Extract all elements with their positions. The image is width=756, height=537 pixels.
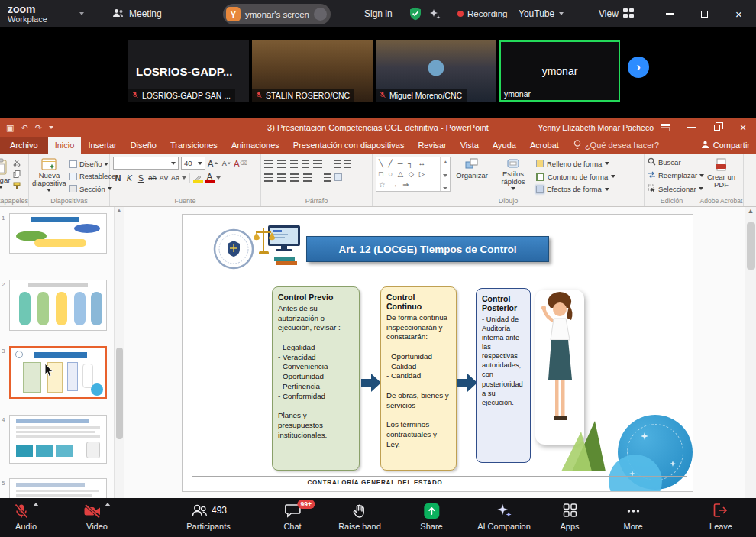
slide-thumbnail-1[interactable]: [9, 213, 107, 254]
grow-font-button[interactable]: A: [208, 157, 219, 169]
scrollbar-thumb[interactable]: [747, 222, 755, 270]
participant-tile-losrios[interactable]: LOSRIOS-GADP... LOSRIOS-GADP SAN ...: [128, 40, 249, 102]
window-maximize-button[interactable]: [687, 0, 722, 27]
smartart-button[interactable]: [334, 173, 342, 181]
participants-control[interactable]: 493 Participants: [186, 503, 230, 531]
audio-control[interactable]: Audio: [13, 503, 39, 531]
shared-screen-pill[interactable]: Y ymonar's screen ···: [223, 4, 331, 24]
scroll-up-icon[interactable]: ▲: [748, 207, 754, 215]
decrease-indent-button[interactable]: [290, 160, 298, 168]
copy-icon[interactable]: [13, 170, 21, 180]
window-close-button[interactable]: ×: [722, 0, 756, 27]
underline-button[interactable]: S: [136, 172, 146, 183]
shrink-font-button[interactable]: A: [221, 157, 231, 169]
control-previo-box[interactable]: Control Previo Antes de su autorización …: [272, 286, 360, 471]
line-spacing-button[interactable]: [313, 160, 322, 168]
find-button[interactable]: Buscar: [648, 157, 696, 168]
brand-dropdown-chevron-icon[interactable]: [79, 0, 84, 27]
more-control[interactable]: More: [623, 503, 642, 531]
participant-tile-stalin[interactable]: STALIN ROSERO/CNC: [252, 40, 373, 102]
tab-archivo[interactable]: Archivo: [0, 137, 48, 154]
leave-control[interactable]: Leave: [709, 503, 732, 531]
scroll-up-icon[interactable]: ▲: [116, 207, 122, 214]
quick-styles-button[interactable]: Estilos rápidos: [493, 157, 533, 195]
share-document-button[interactable]: Compartir: [701, 137, 750, 154]
font-name-combo[interactable]: [113, 157, 179, 170]
pill-more-icon[interactable]: ···: [314, 8, 327, 21]
tab-meeting[interactable]: Meeting: [112, 0, 162, 27]
replace-button[interactable]: Reemplazar: [648, 170, 696, 181]
ppt-minimize-button[interactable]: [678, 118, 704, 137]
chat-control[interactable]: 99+ Chat: [283, 503, 301, 531]
control-continuo-box[interactable]: Control Continuo De forma continua inspe…: [380, 286, 457, 471]
arrange-button[interactable]: Organizar: [454, 157, 490, 195]
font-color-button[interactable]: A: [205, 173, 215, 183]
slide-area-scrollbar[interactable]: ▲: [745, 207, 756, 498]
youtube-menu[interactable]: YouTube: [519, 0, 564, 27]
apps-control[interactable]: Apps: [560, 503, 579, 531]
slide-thumbnail-3-selected[interactable]: [9, 346, 107, 399]
scroll-up-icon[interactable]: ▲: [444, 160, 447, 163]
tab-insertar[interactable]: Insertar: [81, 137, 123, 154]
increase-indent-button[interactable]: [302, 160, 309, 168]
tab-inicio[interactable]: Inicio: [48, 137, 82, 154]
scrollbar-thumb[interactable]: [116, 348, 123, 439]
tab-diseno[interactable]: Diseño: [124, 137, 163, 154]
ppt-close-button[interactable]: ×: [730, 118, 756, 137]
control-posterior-box[interactable]: Control Posterior - Unidad de Auditoría …: [476, 288, 531, 463]
video-options-chevron-icon[interactable]: [105, 503, 111, 506]
shapes-scroll[interactable]: ▲: [440, 157, 450, 191]
shape-outline-button[interactable]: Contorno de forma: [536, 171, 626, 183]
bullets-button[interactable]: [264, 160, 273, 168]
raise-hand-control[interactable]: Raise hand: [338, 503, 381, 531]
clear-formatting-button[interactable]: A⌫: [234, 157, 247, 169]
strikethrough-button[interactable]: ab: [147, 172, 157, 183]
format-painter-icon[interactable]: [13, 182, 21, 191]
tab-revisar[interactable]: Revisar: [411, 137, 453, 154]
slide-canvas[interactable]: Art. 12 (LOCGE) Tiempos de Control Contr…: [182, 214, 693, 492]
paste-button[interactable]: Pegar: [0, 157, 10, 195]
share-control[interactable]: Share: [420, 503, 442, 531]
tab-transiciones[interactable]: Transiciones: [163, 137, 225, 154]
tab-presentacion[interactable]: Presentación con diapositivas: [286, 137, 412, 154]
video-control[interactable]: Video: [83, 503, 111, 531]
slide-thumbnail-5[interactable]: [9, 478, 107, 498]
slide-thumbnail-2[interactable]: [9, 280, 107, 331]
align-right-button[interactable]: [290, 173, 299, 182]
tell-me-search[interactable]: ¿Qué desea hacer?: [566, 137, 667, 154]
sign-in-button[interactable]: Sign in: [364, 0, 393, 27]
align-left-button[interactable]: [264, 173, 273, 182]
ppt-account-name[interactable]: Yenny Elizabeth Monar Pacheco: [538, 118, 654, 137]
shapes-gallery[interactable]: ╲ ╱ ─ ┐ ↔ □ ○ △ ◇ ▷ ☆ → ⇒ ▲: [376, 157, 451, 192]
slide-thumbnail-4[interactable]: [9, 415, 107, 464]
window-minimize-button[interactable]: [653, 0, 687, 27]
bold-button[interactable]: N: [113, 172, 123, 183]
scroll-down-icon[interactable]: [443, 174, 447, 177]
character-spacing-button[interactable]: AV: [159, 172, 169, 183]
align-text-button[interactable]: [344, 160, 351, 168]
tab-animaciones[interactable]: Animaciones: [225, 137, 286, 154]
italic-button[interactable]: K: [124, 172, 134, 183]
tab-ayuda[interactable]: Ayuda: [486, 137, 523, 154]
view-button[interactable]: View: [599, 0, 634, 27]
select-button[interactable]: Seleccionar: [648, 183, 696, 195]
tab-vista[interactable]: Vista: [454, 137, 486, 154]
tab-acrobat[interactable]: Acrobat: [523, 137, 566, 154]
slide-title-banner[interactable]: Art. 12 (LOCGE) Tiempos de Control: [306, 236, 549, 262]
highlight-color-button[interactable]: [193, 173, 203, 183]
participant-tile-miguel[interactable]: Miguel Moreno/CNC: [376, 40, 496, 102]
ai-companion-control[interactable]: AI Companion: [477, 503, 531, 531]
security-shield-icon[interactable]: [409, 0, 422, 27]
numbering-button[interactable]: [277, 160, 286, 168]
align-center-button[interactable]: [277, 173, 286, 182]
ppt-restore-button[interactable]: [704, 118, 730, 137]
cut-icon[interactable]: [13, 159, 21, 168]
justify-button[interactable]: [303, 173, 312, 182]
ribbon-display-options-button[interactable]: [652, 118, 678, 137]
text-direction-button[interactable]: [334, 160, 341, 168]
change-case-button[interactable]: Aa: [170, 172, 180, 183]
audio-options-chevron-icon[interactable]: [33, 503, 39, 506]
columns-button[interactable]: [324, 173, 331, 182]
font-size-combo[interactable]: 40: [181, 157, 205, 170]
thumbnail-scrollbar[interactable]: ▲: [114, 207, 124, 498]
